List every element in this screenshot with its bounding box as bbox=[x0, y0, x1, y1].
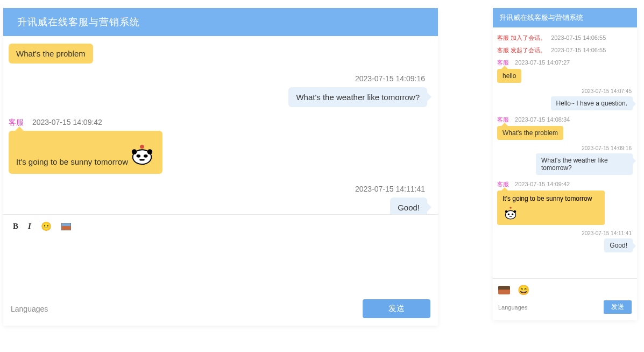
emoji-button[interactable]: 😄 bbox=[518, 284, 529, 296]
message-bubble: What's the weather like tomorrow? bbox=[536, 153, 633, 175]
system-text: 客服 加入了会话。 bbox=[497, 34, 546, 41]
left-title: 升讯威在线客服与营销系统 bbox=[17, 16, 140, 29]
message-text: What's the problem bbox=[503, 129, 558, 137]
agent-name: 客服 bbox=[9, 118, 24, 126]
message-text: Hello~ I have a question. bbox=[556, 100, 627, 107]
bold-button[interactable]: B bbox=[13, 222, 18, 231]
message-agent: 客服 2023-07-15 14:07:27 hello bbox=[497, 59, 633, 83]
system-message: 客服 加入了会话。 2023-07-15 14:06:55 bbox=[497, 34, 633, 42]
message-timestamp: 2023-07-15 14:11:41 bbox=[9, 185, 427, 193]
agent-name: 客服 bbox=[497, 116, 509, 123]
send-button[interactable]: 发送 bbox=[604, 300, 632, 314]
message-timestamp: 2023-07-15 14:07:45 bbox=[497, 88, 633, 94]
message-bubble: Good! bbox=[390, 198, 427, 214]
message-header: 客服 2023-07-15 14:09:42 bbox=[9, 118, 427, 128]
agent-name: 客服 bbox=[497, 181, 509, 187]
message-text: Good! bbox=[610, 242, 627, 249]
panda-sticker-icon bbox=[129, 140, 155, 166]
left-toolbar: B I 😐 bbox=[3, 214, 438, 235]
svg-point-5 bbox=[144, 154, 148, 158]
right-toolbar: 😄 bbox=[493, 278, 637, 298]
right-chat-panel: 升讯威在线客服与营销系统 客服 加入了会话。 2023-07-15 14:06:… bbox=[493, 8, 637, 320]
message-bubble: What's the problem bbox=[9, 44, 93, 64]
message-visitor: 2023-07-15 14:09:16 What's the weather l… bbox=[9, 74, 427, 107]
message-bubble: Hello~ I have a question. bbox=[551, 96, 633, 110]
send-button[interactable]: 发送 bbox=[363, 299, 430, 318]
message-agent: What's the problem bbox=[9, 44, 427, 64]
message-timestamp: 2023-07-15 14:08:34 bbox=[515, 116, 570, 123]
italic-button[interactable]: I bbox=[28, 222, 31, 231]
svg-point-0 bbox=[140, 145, 144, 149]
message-timestamp: 2023-07-15 14:09:16 bbox=[9, 74, 427, 83]
message-timestamp: 2023-07-15 14:09:42 bbox=[515, 181, 570, 187]
svg-point-11 bbox=[508, 214, 510, 215]
message-visitor: 2023-07-15 14:09:16 What's the weather l… bbox=[497, 145, 633, 175]
right-chat-body[interactable]: 客服 加入了会话。 2023-07-15 14:06:55 客服 发起了会话。 … bbox=[493, 27, 637, 278]
message-bubble: hello bbox=[497, 69, 521, 83]
system-timestamp: 2023-07-15 14:06:55 bbox=[551, 47, 606, 53]
svg-point-12 bbox=[512, 214, 514, 215]
message-timestamp: 2023-07-15 14:09:16 bbox=[497, 145, 633, 151]
svg-point-7 bbox=[509, 207, 512, 209]
image-button[interactable] bbox=[498, 286, 510, 294]
right-header: 升讯威在线客服与营销系统 bbox=[493, 8, 637, 27]
left-header: 升讯威在线客服与营销系统 bbox=[3, 8, 438, 36]
message-agent: 客服 2023-07-15 14:08:34 What's the proble… bbox=[497, 116, 633, 140]
message-bubble: It's going to be sunny tomorrow bbox=[9, 131, 162, 174]
message-visitor: 2023-07-15 14:11:41 Good! bbox=[497, 230, 633, 252]
message-text: Good! bbox=[398, 203, 420, 212]
message-text: hello bbox=[503, 72, 516, 80]
message-agent: 客服 2023-07-15 14:09:42 It's going to be … bbox=[497, 180, 633, 225]
message-text: It's going to be sunny tomorrow bbox=[16, 157, 128, 166]
message-bubble: What's the problem bbox=[497, 126, 563, 140]
emoji-button[interactable]: 😐 bbox=[41, 221, 52, 231]
left-chat-panel: 升讯威在线客服与营销系统 What's the problem 2023-07-… bbox=[3, 8, 438, 326]
panda-sticker-icon bbox=[503, 205, 519, 221]
message-timestamp: 2023-07-15 14:11:41 bbox=[497, 230, 633, 236]
right-title: 升讯威在线客服与营销系统 bbox=[499, 13, 583, 23]
svg-point-4 bbox=[136, 154, 140, 158]
left-footer: Languages 发送 bbox=[3, 299, 438, 326]
message-bubble: Good! bbox=[604, 238, 633, 252]
svg-point-9 bbox=[505, 210, 508, 213]
agent-name: 客服 bbox=[497, 59, 509, 66]
left-chat-body[interactable]: What's the problem 2023-07-15 14:09:16 W… bbox=[3, 36, 438, 214]
message-text: It's going to be sunny tomorrow bbox=[503, 195, 592, 202]
message-timestamp: 2023-07-15 14:07:27 bbox=[515, 59, 570, 66]
svg-point-3 bbox=[147, 149, 153, 154]
languages-link[interactable]: Languages bbox=[498, 304, 527, 311]
message-visitor: 2023-07-15 14:11:41 Good! bbox=[9, 185, 427, 214]
svg-point-2 bbox=[132, 149, 137, 154]
svg-rect-13 bbox=[509, 216, 512, 217]
message-text: What's the weather like tomorrow? bbox=[296, 93, 420, 102]
message-visitor: 2023-07-15 14:07:45 Hello~ I have a ques… bbox=[497, 88, 633, 110]
message-bubble: It's going to be sunny tomorrow bbox=[497, 191, 605, 225]
message-header: 客服 2023-07-15 14:07:27 bbox=[497, 59, 633, 67]
message-agent: 客服 2023-07-15 14:09:42 It's going to be … bbox=[9, 118, 427, 174]
image-button[interactable] bbox=[61, 223, 71, 230]
svg-point-10 bbox=[513, 210, 516, 213]
message-header: 客服 2023-07-15 14:08:34 bbox=[497, 116, 633, 124]
svg-rect-6 bbox=[139, 159, 145, 161]
left-input-area bbox=[3, 235, 438, 299]
system-timestamp: 2023-07-15 14:06:55 bbox=[551, 34, 606, 41]
message-text: What's the problem bbox=[16, 49, 86, 58]
languages-link[interactable]: Languages bbox=[11, 305, 48, 313]
message-bubble: What's the weather like tomorrow? bbox=[288, 87, 427, 107]
system-text: 客服 发起了会话。 bbox=[497, 47, 546, 53]
message-text: What's the weather like tomorrow? bbox=[541, 157, 608, 172]
system-message: 客服 发起了会话。 2023-07-15 14:06:55 bbox=[497, 46, 633, 54]
message-input[interactable] bbox=[13, 235, 428, 272]
message-timestamp: 2023-07-15 14:09:42 bbox=[32, 118, 102, 126]
right-footer: Languages 发送 bbox=[493, 298, 637, 320]
message-header: 客服 2023-07-15 14:09:42 bbox=[497, 180, 633, 188]
